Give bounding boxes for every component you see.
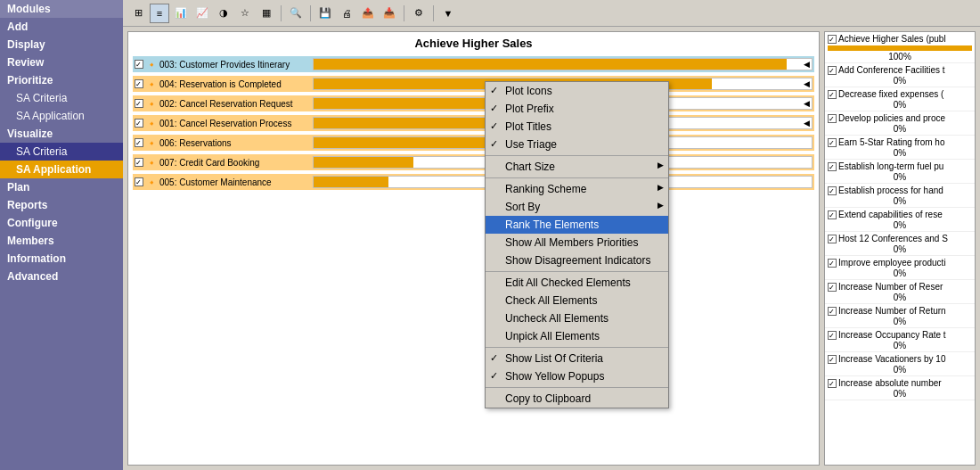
right-item-label: Decrease fixed expenses (	[838, 88, 943, 100]
row-checkbox[interactable]	[135, 99, 143, 108]
menu-item-sort-by[interactable]: Sort By	[486, 198, 668, 216]
right-checkbox[interactable]	[828, 283, 837, 292]
menu-item-copy-clipboard[interactable]: Copy to Clipboard	[486, 390, 668, 408]
toolbar-btn-settings[interactable]: ⚙	[409, 4, 429, 23]
toolbar-btn-table[interactable]: ⊞	[128, 4, 148, 23]
right-checkbox[interactable]	[828, 355, 837, 364]
row-bar-container: ◀	[313, 58, 813, 70]
menu-item-plot-prefix[interactable]: Plot Prefix	[486, 100, 668, 118]
right-item-label: Add Conference Facilities t	[838, 64, 945, 76]
toolbar-btn-binoculars[interactable]: 🔍	[286, 4, 306, 23]
menu-item-ranking-scheme[interactable]: Ranking Scheme	[486, 180, 668, 198]
right-checkbox[interactable]	[828, 259, 837, 268]
row-label: 🔸 006: Reservations	[135, 138, 313, 148]
right-checkbox[interactable]	[828, 162, 837, 171]
list-item: Increase Vacationers by 10 0%	[825, 352, 975, 376]
toolbar-btn-import[interactable]: 📥	[380, 4, 399, 23]
sidebar-item-plan[interactable]: Plan	[0, 178, 123, 196]
right-checkbox[interactable]	[828, 307, 837, 316]
right-checkbox[interactable]	[828, 35, 837, 44]
table-row[interactable]: 🔸 002: Cancel Reservation Request ◀	[133, 95, 814, 111]
row-checkbox[interactable]	[135, 119, 143, 128]
list-item: Earn 5-Star Rating from ho 0%	[825, 136, 975, 160]
toolbar-btn-pie[interactable]: ◑	[214, 4, 233, 23]
right-item-pct: 0%	[828, 244, 972, 254]
sidebar-item-add[interactable]: Add	[0, 18, 123, 36]
toolbar-btn-star[interactable]: ☆	[235, 4, 255, 23]
right-checkbox[interactable]	[828, 331, 837, 340]
toolbar-btn-line[interactable]: 📈	[192, 4, 212, 23]
menu-item-rank-elements[interactable]: Rank The Elements	[486, 216, 668, 234]
menu-item-plot-icons[interactable]: Plot Icons	[486, 82, 668, 100]
sidebar-item-prioritize[interactable]: Prioritize	[0, 71, 123, 89]
list-item: Host 12 Conferences and S 0%	[825, 232, 975, 256]
menu-separator-1	[486, 155, 668, 156]
menu-item-check-all[interactable]: Check All Elements	[486, 292, 668, 309]
sidebar-item-visualize-sa-application[interactable]: SA Application	[0, 161, 123, 178]
menu-item-show-disagreement[interactable]: Show Disagreement Indicators	[486, 251, 668, 269]
sidebar-item-configure[interactable]: Configure	[0, 214, 123, 232]
right-item-label: Develop policies and proce	[838, 112, 945, 124]
menu-item-chart-size[interactable]: Chart Size	[486, 158, 668, 176]
sidebar-item-display[interactable]: Display	[0, 36, 123, 54]
toolbar-btn-bar[interactable]: 📊	[171, 4, 191, 23]
right-checkbox[interactable]	[828, 114, 837, 123]
row-text: 002: Cancel Reservation Request	[159, 99, 293, 109]
sidebar-item-reports[interactable]: Reports	[0, 196, 123, 214]
sidebar: Modules Add Display Review Prioritize SA…	[0, 0, 123, 470]
sidebar-item-members[interactable]: Members	[0, 232, 123, 250]
table-row[interactable]: 🔸 006: Reservations	[133, 135, 814, 151]
row-label: 🔸 007: Credit Card Booking	[135, 158, 313, 168]
row-checkbox[interactable]	[135, 60, 143, 69]
toolbar-btn-export[interactable]: 📤	[358, 4, 378, 23]
table-row[interactable]: 🔸 005: Customer Maintenance	[133, 174, 814, 190]
right-checkbox[interactable]	[828, 210, 837, 219]
row-checkbox[interactable]	[135, 138, 143, 147]
menu-item-show-all-members[interactable]: Show All Members Priorities	[486, 234, 668, 251]
menu-item-show-yellow[interactable]: Show Yellow Popups	[486, 367, 668, 385]
right-item-pct: 0%	[828, 365, 972, 375]
row-text: 005: Customer Maintenance	[159, 177, 272, 187]
row-checkbox[interactable]	[135, 158, 143, 167]
row-text: 006: Reservations	[159, 138, 232, 148]
right-checkbox[interactable]	[828, 379, 837, 388]
menu-item-show-list[interactable]: Show List Of Criteria	[486, 350, 668, 367]
sidebar-item-information[interactable]: Information	[0, 250, 123, 268]
sidebar-item-review[interactable]: Review	[0, 54, 123, 71]
toolbar: ⊞ ≡ 📊 📈 ◑ ☆ ▦ 🔍 💾 🖨 📤 📥 ⚙ ▼	[123, 0, 980, 27]
right-item-label: Increase absolute number	[838, 377, 942, 389]
list-item: Decrease fixed expenses ( 0%	[825, 87, 975, 111]
right-checkbox[interactable]	[828, 90, 837, 99]
menu-item-unpick-all[interactable]: Unpick All Elements	[486, 327, 668, 345]
table-row[interactable]: 🔸 007: Credit Card Booking	[133, 154, 814, 170]
menu-item-use-triage[interactable]: Use Triage	[486, 136, 668, 153]
menu-item-edit-all[interactable]: Edit All Checked Elements	[486, 274, 668, 292]
table-row[interactable]: 🔸 004: Reservation is Completed ◀	[133, 76, 814, 92]
right-item-label: Establish process for hand	[838, 185, 943, 196]
toolbar-btn-print[interactable]: 🖨	[337, 4, 356, 23]
menu-separator-5	[486, 387, 668, 388]
sidebar-item-advanced[interactable]: Advanced	[0, 268, 123, 285]
table-row[interactable]: 🔸 003: Customer Provides Itinerary ◀	[133, 56, 814, 72]
toolbar-btn-filter[interactable]: ▼	[438, 4, 458, 23]
right-checkbox[interactable]	[828, 186, 837, 195]
right-checkbox[interactable]	[828, 138, 837, 147]
row-checkbox[interactable]	[135, 177, 143, 186]
menu-item-plot-titles[interactable]: Plot Titles	[486, 118, 668, 136]
right-checkbox[interactable]	[828, 66, 837, 75]
row-label: 🔸 001: Cancel Reservation Process	[135, 119, 313, 128]
toolbar-btn-save[interactable]: 💾	[315, 4, 335, 23]
sidebar-item-modules[interactable]: Modules	[0, 0, 123, 18]
right-checkbox[interactable]	[828, 235, 837, 243]
row-checkbox[interactable]	[135, 79, 143, 88]
toolbar-btn-chart[interactable]: ≡	[150, 4, 169, 23]
toolbar-btn-area[interactable]: ▦	[257, 4, 276, 23]
toolbar-separator-2	[310, 5, 311, 21]
sidebar-item-visualize-sa-criteria[interactable]: SA Criteria	[0, 143, 123, 161]
menu-item-uncheck-all[interactable]: Uncheck All Elements	[486, 309, 668, 327]
table-row[interactable]: 🔸 001: Cancel Reservation Process ◀	[133, 115, 814, 131]
sidebar-item-visualize[interactable]: Visualize	[0, 125, 123, 143]
sidebar-item-prioritize-sa-criteria[interactable]: SA Criteria	[0, 89, 123, 107]
sidebar-item-prioritize-sa-application[interactable]: SA Application	[0, 107, 123, 125]
row-text: 004: Reservation is Completed	[159, 79, 282, 89]
